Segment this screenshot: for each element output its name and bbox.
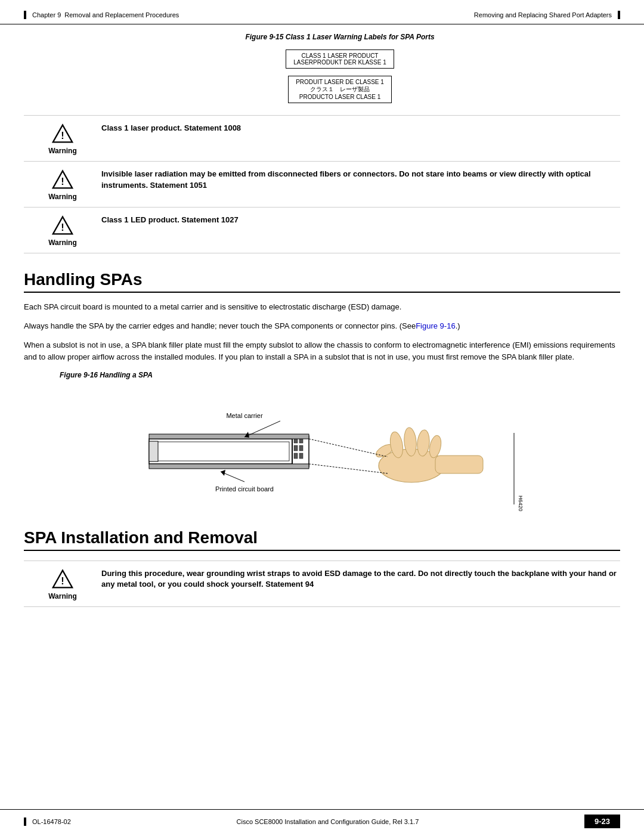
figure15-caption: Figure 9-15 Class 1 Laser Warning Labels… (24, 33, 620, 41)
para2-post: .) (456, 321, 460, 330)
header-chapter-title: Removal and Replacement Procedures (64, 11, 179, 18)
warning-triangle-icon-4: ! (52, 568, 73, 590)
h6420-label: H6420 (518, 496, 524, 512)
header-left-bar (24, 11, 26, 19)
warning-label-2: Warning (48, 193, 77, 201)
warning-icon-col-3: ! Warning (24, 213, 101, 247)
figure15-labels: CLASS 1 LASER PRODUCT LASERPRODUKT DER K… (24, 49, 620, 103)
svg-rect-15 (149, 441, 158, 462)
svg-line-25 (309, 439, 388, 457)
spa-diagram: Metal carrier Printed circuit board H642… (113, 385, 531, 516)
laser-label-1-line2: LASERPRODUKT DER KLASSE 1 (293, 59, 386, 66)
laser-label-1: CLASS 1 LASER PRODUCT LASERPRODUKT DER K… (286, 49, 394, 69)
svg-rect-17 (149, 464, 309, 469)
page-header: Chapter 9 Removal and Replacement Proced… (0, 0, 644, 24)
laser-label-2: PRODUIT LASER DE CLASSE 1 クラス１ レーザ製品 PRO… (288, 76, 392, 103)
header-right: Removing and Replacing Shared Port Adapt… (474, 11, 620, 19)
svg-rect-11 (294, 445, 298, 451)
figure16-caption: Figure 9-16 Handling a SPA (24, 371, 620, 379)
svg-rect-14 (299, 453, 303, 459)
handling-spas-para3: When a subslot is not in use, a SPA blan… (24, 339, 620, 363)
footer-center: Cisco SCE8000 Installation and Configura… (237, 818, 419, 825)
svg-text:!: ! (61, 575, 64, 586)
page-footer: OL-16478-02 Cisco SCE8000 Installation a… (0, 809, 644, 833)
warning-label-1: Warning (48, 147, 77, 155)
warning-icon-col-4: ! Warning (24, 567, 101, 600)
warning-triangle-icon-2: ! (52, 169, 73, 190)
warning-label-4: Warning (48, 592, 77, 600)
laser-label-1-line1: CLASS 1 LASER PRODUCT (293, 52, 386, 59)
warning-triangle-icon-3: ! (52, 215, 73, 236)
warning-icon-col-1: ! Warning (24, 122, 101, 155)
spa-installation-warning-section: ! Warning During this procedure, wear gr… (24, 561, 620, 607)
warning-row-3: ! Warning Class 1 LED product. Statement… (24, 207, 620, 253)
svg-rect-6 (149, 439, 292, 464)
header-right-bar (618, 11, 620, 19)
svg-text:!: ! (61, 176, 64, 187)
warning-text-2: Invisible laser radiation may be emitted… (101, 168, 620, 191)
laser-label-2-line1: PRODUIT LASER DE CLASSE 1 (296, 79, 384, 85)
warning-row-1: ! Warning Class 1 laser product. Stateme… (24, 115, 620, 161)
handling-spas-heading: Handling SPAs (24, 270, 620, 293)
svg-rect-7 (152, 442, 289, 461)
footer-left: OL-16478-02 (24, 817, 71, 826)
header-left: Chapter 9 Removal and Replacement Proced… (24, 11, 179, 19)
figure-9-16-link[interactable]: Figure 9-16 (416, 321, 455, 330)
handling-spas-para1: Each SPA circuit board is mounted to a m… (24, 301, 620, 313)
footer-bar (24, 817, 26, 826)
warning-icon-col-2: ! Warning (24, 168, 101, 201)
warning-label-3: Warning (48, 239, 77, 247)
footer-right: 9-23 (584, 815, 620, 828)
page-number: 9-23 (584, 815, 620, 828)
spa-installation-heading: SPA Installation and Removal (24, 528, 620, 551)
warning-text-4: During this procedure, wear grounding wr… (101, 567, 620, 591)
warning-text-3: Class 1 LED product. Statement 1027 (101, 213, 620, 226)
pcb-label: Printed circuit board (215, 485, 274, 493)
svg-line-26 (309, 464, 388, 473)
handling-spas-para2: Always handle the SPA by the carrier edg… (24, 320, 620, 332)
main-content: Figure 9-15 Class 1 Laser Warning Labels… (0, 27, 644, 809)
header-section-title: Removing and Replacing Shared Port Adapt… (474, 11, 612, 18)
svg-marker-30 (221, 470, 225, 476)
metal-carrier-label: Metal carrier (226, 412, 262, 419)
svg-rect-16 (149, 434, 309, 439)
warning-row-4: ! Warning During this procedure, wear gr… (24, 561, 620, 607)
footer-doc-number: OL-16478-02 (32, 818, 71, 825)
para2-pre: Always handle the SPA by the carrier edg… (24, 321, 416, 330)
laser-label-2-line2: クラス１ レーザ製品 (296, 85, 384, 94)
page-container: Chapter 9 Removal and Replacement Proced… (0, 0, 644, 833)
warning-triangle-icon-1: ! (52, 123, 73, 144)
svg-text:!: ! (61, 130, 64, 141)
header-chapter: Chapter 9 (32, 11, 61, 18)
svg-text:!: ! (61, 222, 64, 233)
figure16-area: Metal carrier Printed circuit board H642… (24, 385, 620, 516)
warning-text-1: Class 1 laser product. Statement 1008 (101, 122, 620, 134)
laser-label-2-line3: PRODUCTO LASER CLASE 1 (296, 94, 384, 100)
footer-center-text: Cisco SCE8000 Installation and Configura… (237, 818, 419, 825)
warning-section: ! Warning Class 1 laser product. Stateme… (24, 115, 620, 253)
warning-row-2: ! Warning Invisible laser radiation may … (24, 161, 620, 207)
svg-rect-12 (299, 445, 303, 451)
svg-rect-13 (294, 453, 298, 459)
svg-rect-24 (435, 456, 483, 473)
